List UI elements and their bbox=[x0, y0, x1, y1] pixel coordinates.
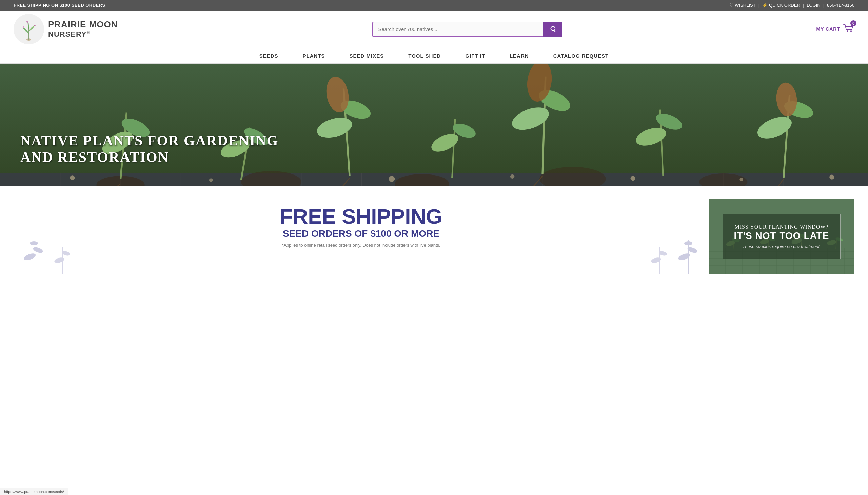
svg-point-2 bbox=[27, 21, 28, 23]
separator1: | bbox=[758, 3, 760, 8]
svg-point-65 bbox=[24, 252, 37, 261]
svg-point-76 bbox=[651, 256, 662, 263]
svg-point-58 bbox=[209, 178, 213, 182]
nav-item-tool-shed[interactable]: TOOL SHED bbox=[396, 48, 453, 63]
svg-point-57 bbox=[70, 175, 74, 180]
nav-item-seeds[interactable]: SEEDS bbox=[247, 48, 290, 63]
separator3: | bbox=[823, 3, 824, 8]
logo-plant-icon bbox=[17, 17, 41, 41]
free-shipping-subtitle: SEED ORDERS OF $100 OR MORE bbox=[27, 228, 695, 239]
promo-overlay: MISS YOUR PLANTING WINDOW? IT'S NOT TOO … bbox=[722, 214, 841, 259]
cart-icon-wrap: 0 bbox=[842, 22, 854, 36]
hero-illustration bbox=[0, 64, 868, 186]
login-link[interactable]: LOGIN bbox=[807, 3, 820, 8]
hero-text: NATIVE PLANTS FOR GARDENING AND RESTORAT… bbox=[20, 133, 278, 165]
logo-name-line1: PRAIRIE MOON bbox=[48, 19, 118, 30]
promo-card[interactable]: MISS YOUR PLANTING WINDOW? IT'S NOT TOO … bbox=[708, 199, 854, 274]
promo-top-text: MISS YOUR PLANTING WINDOW? bbox=[734, 224, 829, 230]
announcement: FREE SHIPPING ON $100 SEED ORDERS! bbox=[14, 3, 107, 8]
phone-link[interactable]: 866-417-8156 bbox=[827, 3, 854, 8]
heart-icon: ♡ bbox=[729, 3, 733, 8]
hero-banner: NATIVE PLANTS FOR GARDENING AND RESTORAT… bbox=[0, 64, 868, 186]
svg-point-6 bbox=[847, 31, 848, 32]
cart-link[interactable]: MY CART 0 bbox=[816, 22, 854, 36]
svg-point-69 bbox=[54, 256, 65, 263]
nav-item-catalog-request[interactable]: CATALOG REQUEST bbox=[541, 48, 621, 63]
bottom-section: FREE SHIPPING SEED ORDERS OF $100 OR MOR… bbox=[0, 186, 868, 287]
cart-label: MY CART bbox=[816, 27, 840, 32]
svg-point-61 bbox=[631, 176, 635, 181]
svg-point-4 bbox=[34, 25, 35, 26]
logo[interactable]: PRAIRIE MOON NURSERY® bbox=[14, 14, 118, 45]
svg-point-60 bbox=[510, 174, 514, 178]
svg-point-72 bbox=[678, 252, 691, 261]
search-input[interactable] bbox=[372, 22, 543, 37]
svg-point-5 bbox=[28, 24, 29, 25]
promo-sub-text: These species require no pre-treatment. bbox=[734, 244, 829, 249]
header: PRAIRIE MOON NURSERY® MY CART 0 bbox=[0, 11, 868, 48]
top-bar-right: ♡ WISHLIST | ⚡ QUICK ORDER | LOGIN | 866… bbox=[729, 3, 854, 8]
quickorder-link[interactable]: ⚡ QUICK ORDER bbox=[762, 3, 800, 8]
search-icon bbox=[549, 26, 556, 33]
free-shipping-title: FREE SHIPPING bbox=[27, 206, 695, 227]
search-area bbox=[372, 22, 562, 37]
nav-item-learn[interactable]: LEARN bbox=[497, 48, 541, 63]
svg-point-7 bbox=[850, 31, 852, 32]
cart-badge: 0 bbox=[850, 20, 856, 27]
separator2: | bbox=[803, 3, 804, 8]
logo-name-line2: NURSERY® bbox=[48, 30, 118, 39]
free-shipping-note: *Applies to online retail seed orders on… bbox=[27, 243, 695, 248]
search-button[interactable] bbox=[543, 22, 562, 37]
svg-point-59 bbox=[389, 176, 395, 182]
top-bar: FREE SHIPPING ON $100 SEED ORDERS! ♡ WIS… bbox=[0, 0, 868, 11]
svg-point-63 bbox=[829, 175, 834, 180]
nav-item-gift-it[interactable]: GIFT IT bbox=[453, 48, 497, 63]
wishlist-link[interactable]: ♡ WISHLIST bbox=[729, 3, 755, 8]
main-nav: SEEDS PLANTS SEED MIXES TOOL SHED GIFT I… bbox=[0, 48, 868, 64]
logo-text: PRAIRIE MOON NURSERY® bbox=[48, 19, 118, 39]
nav-item-seed-mixes[interactable]: SEED MIXES bbox=[337, 48, 396, 63]
logo-circle bbox=[14, 14, 44, 45]
svg-point-62 bbox=[739, 177, 743, 181]
nav-item-plants[interactable]: PLANTS bbox=[290, 48, 337, 63]
free-shipping-card[interactable]: FREE SHIPPING SEED ORDERS OF $100 OR MOR… bbox=[14, 199, 708, 274]
promo-main-text: IT'S NOT TOO LATE bbox=[734, 230, 829, 242]
hero-headline: NATIVE PLANTS FOR GARDENING AND RESTORAT… bbox=[20, 133, 278, 165]
svg-point-3 bbox=[23, 27, 24, 28]
bolt-icon: ⚡ bbox=[762, 3, 768, 8]
